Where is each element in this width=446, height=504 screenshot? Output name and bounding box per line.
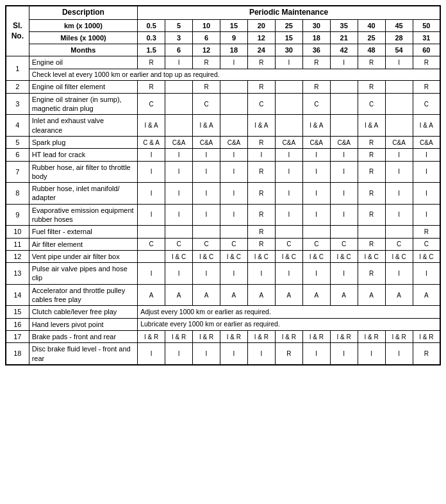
row-val: I & C <box>413 250 440 262</box>
table-row: 13Pulse air valve pipes and hose clipIII… <box>6 263 440 285</box>
row-val: I <box>220 263 247 285</box>
row-val <box>385 93 413 115</box>
row-val: C <box>138 93 165 115</box>
row-val: I <box>193 149 220 161</box>
row-val: I & R <box>302 330 330 342</box>
row-val: I <box>385 183 413 205</box>
months-24: 24 <box>247 44 275 56</box>
row-slno: 8 <box>6 183 29 205</box>
km-label-cell: km (x 1000) <box>29 19 138 31</box>
table-row: 1Engine oilRIRIRIRIRIR <box>6 56 440 69</box>
row-val <box>330 81 358 93</box>
km-40: 40 <box>358 19 385 31</box>
row-slno: 3 <box>6 93 29 115</box>
row-desc: Engine oil <box>29 56 138 69</box>
miles-label-cell: Miles (x 1000) <box>29 31 138 44</box>
km-10: 10 <box>193 19 220 31</box>
row-val: I <box>138 161 165 183</box>
row-desc: Hand levers pivot point <box>29 318 138 330</box>
row-note: Lubricate every 1000 km or earlier as re… <box>138 318 440 330</box>
row-val: I & R <box>358 330 385 342</box>
row-val <box>220 226 247 238</box>
row-val: I <box>413 161 440 183</box>
row-val: R <box>358 238 385 250</box>
row-val: I <box>330 161 358 183</box>
row-val: A <box>275 284 302 306</box>
row-val: A <box>385 284 413 306</box>
row-val: C <box>193 93 220 115</box>
row-val <box>220 93 247 115</box>
row-val <box>330 226 358 238</box>
row-val: R <box>247 226 275 238</box>
row-val: I <box>247 263 275 285</box>
row-val: C <box>413 238 440 250</box>
row-desc: Inlet and exhaust valve clearance <box>29 115 138 137</box>
row-desc: Fuel filter - external <box>29 226 138 238</box>
row-val: R <box>358 183 385 205</box>
row-val: C <box>413 93 440 115</box>
row-val: R <box>247 56 275 69</box>
row-val: I & C <box>385 250 413 262</box>
miles-21: 21 <box>330 31 358 44</box>
table-row: 8Rubber hose, inlet manifold/ adapterIII… <box>6 183 440 205</box>
months-60: 60 <box>413 44 440 56</box>
row-val: C <box>247 93 275 115</box>
row-val: I <box>302 204 330 226</box>
row-val: I & R <box>220 330 247 342</box>
row-val: I & R <box>247 330 275 342</box>
row-val: I <box>385 149 413 161</box>
table-row: 2Engine oil filter elementRRRRRR <box>6 81 440 93</box>
row-val: I <box>385 204 413 226</box>
row-val: R <box>413 56 440 69</box>
row-val: I <box>302 343 330 365</box>
table-row-note: Check level at every 1000 km or earlier … <box>6 69 440 81</box>
row-slno: 12 <box>6 250 29 262</box>
miles-0.3: 0.3 <box>138 31 165 44</box>
row-val: C & A <box>138 136 165 148</box>
row-val: R <box>302 56 330 69</box>
row-val: I <box>330 343 358 365</box>
row-val: I & R <box>330 330 358 342</box>
row-val: C&A <box>220 136 247 148</box>
row-val: C <box>385 238 413 250</box>
row-val <box>330 93 358 115</box>
row-val: C&A <box>330 136 358 148</box>
row-val: R <box>358 149 385 161</box>
row-val: R <box>413 81 440 93</box>
row-val: I <box>138 149 165 161</box>
table-wrapper: Sl. No. Description Periodic Maintenance… <box>0 0 446 371</box>
row-val: I <box>413 263 440 285</box>
row-val: I & A <box>413 115 440 137</box>
row-val: I <box>220 204 247 226</box>
row-val <box>220 81 247 93</box>
row-val: I <box>165 183 193 205</box>
row-val: I <box>220 56 247 69</box>
km-25: 25 <box>275 19 302 31</box>
row-val: A <box>247 284 275 306</box>
row-note: Adjust every 1000 km or earlier as requi… <box>138 306 440 318</box>
months-54: 54 <box>385 44 413 56</box>
row-val: R <box>358 263 385 285</box>
months-48: 48 <box>358 44 385 56</box>
row-val: R <box>247 238 275 250</box>
row-val: I & A <box>302 115 330 137</box>
months-1.5: 1.5 <box>138 44 165 56</box>
table-row: 12Vent pipe under air filter boxI & CI &… <box>6 250 440 262</box>
row-val: A <box>413 284 440 306</box>
row-val: R <box>247 136 275 148</box>
row-val: C <box>358 93 385 115</box>
row-val: I <box>193 183 220 205</box>
row-val: I & R <box>138 330 165 342</box>
row-val: I <box>275 149 302 161</box>
row-val: I <box>302 263 330 285</box>
row-val: I & R <box>193 330 220 342</box>
table-row: 6HT lead for crackIIIIIIIIRII <box>6 149 440 161</box>
row-val: R <box>138 81 165 93</box>
row-val: I <box>247 149 275 161</box>
row-val: R <box>413 343 440 365</box>
table-row: 14Accelerator and throttle pulley cables… <box>6 284 440 306</box>
row-val: I <box>275 183 302 205</box>
row-val: C&A <box>165 136 193 148</box>
miles-18: 18 <box>302 31 330 44</box>
row-val: I <box>193 343 220 365</box>
